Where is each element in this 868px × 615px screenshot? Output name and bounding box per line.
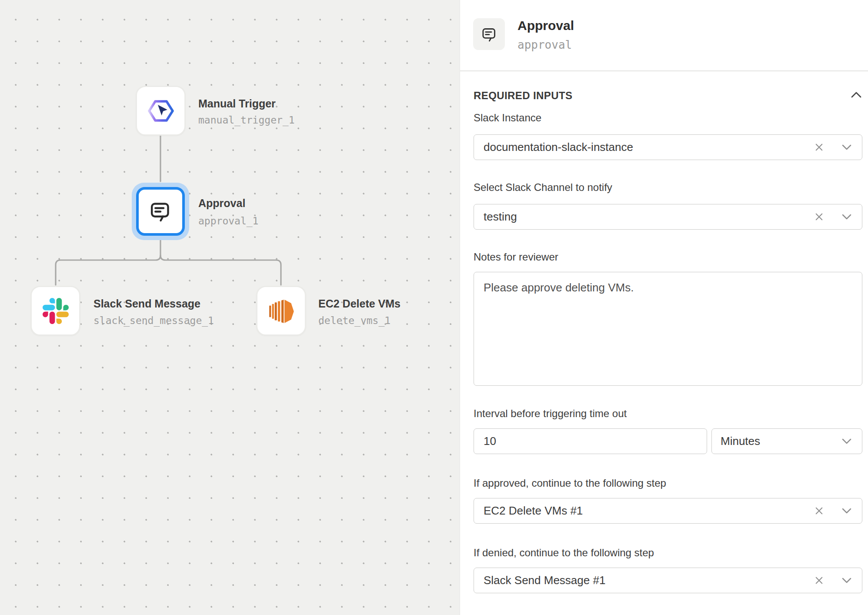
- panel-title: Approval: [517, 18, 574, 33]
- chevron-up-icon: [851, 91, 862, 98]
- section-required-inputs-label: REQUIRED INPUTS: [474, 90, 572, 102]
- interval-label: Interval before triggering time out: [474, 408, 627, 420]
- clear-icon[interactable]: [811, 135, 826, 160]
- panel-subtitle: approval: [517, 38, 572, 51]
- collapse-section-button[interactable]: [850, 89, 863, 100]
- workflow-canvas[interactable]: Manual Trigger manual_trigger_1 Approval…: [0, 0, 460, 615]
- denied-step-label: If denied, continue to the following ste…: [474, 547, 654, 559]
- node-manual-trigger[interactable]: [136, 86, 186, 136]
- slack-channel-value: testing: [474, 210, 517, 224]
- denied-step-select[interactable]: Slack Send Message #1: [474, 568, 862, 593]
- slack-instance-value: documentation-slack-instance: [474, 140, 633, 154]
- slack-channel-label: Select Slack Channel to notify: [474, 181, 612, 194]
- node-id: manual_trigger_1: [198, 114, 295, 126]
- node-id: delete_vms_1: [318, 315, 391, 326]
- interval-unit-value: Minutes: [712, 435, 760, 448]
- slack-icon: [43, 298, 69, 324]
- interval-unit-select[interactable]: Minutes: [711, 428, 862, 454]
- properties-panel: Approval approval REQUIRED INPUTS Slack …: [460, 0, 868, 615]
- notes-label: Notes for reviewer: [474, 251, 558, 263]
- node-id: approval_1: [198, 215, 258, 227]
- node-title: EC2 Delete VMs: [318, 297, 401, 310]
- manual-trigger-icon: [146, 98, 176, 124]
- clear-icon[interactable]: [811, 204, 826, 229]
- chevron-down-icon[interactable]: [839, 568, 854, 593]
- node-id: slack_send_message_1: [93, 315, 214, 326]
- approved-step-select[interactable]: EC2 Delete VMs #1: [474, 498, 862, 524]
- denied-step-value: Slack Send Message #1: [474, 574, 605, 587]
- node-slack-send-message[interactable]: [30, 286, 80, 336]
- header-divider: [460, 70, 868, 71]
- slack-instance-select[interactable]: documentation-slack-instance: [474, 134, 862, 160]
- slack-channel-select[interactable]: testing: [474, 204, 862, 230]
- chevron-down-icon[interactable]: [839, 498, 854, 523]
- node-title: Slack Send Message: [93, 297, 200, 310]
- clear-icon[interactable]: [811, 568, 826, 593]
- approved-step-label: If approved, continue to the following s…: [474, 477, 666, 489]
- approved-step-value: EC2 Delete VMs #1: [474, 504, 583, 518]
- approval-icon: [148, 199, 173, 224]
- slack-instance-label: Slack Instance: [474, 112, 541, 124]
- interval-value-input[interactable]: 10: [474, 428, 707, 454]
- node-title: Manual Trigger: [198, 97, 276, 110]
- node-title: Approval: [198, 197, 245, 210]
- ec2-icon: [266, 296, 297, 326]
- chevron-down-icon[interactable]: [839, 204, 854, 229]
- chevron-down-icon[interactable]: [839, 429, 854, 454]
- panel-header-icon: [473, 18, 505, 50]
- node-ec2-delete-vms[interactable]: [256, 286, 306, 336]
- clear-icon[interactable]: [811, 498, 826, 523]
- approval-icon: [481, 26, 498, 43]
- workflow-builder-window: Manual Trigger manual_trigger_1 Approval…: [0, 0, 868, 615]
- interval-value: 10: [474, 435, 496, 448]
- notes-textarea[interactable]: Please approve deleting VMs.: [474, 272, 862, 386]
- chevron-down-icon[interactable]: [839, 135, 854, 160]
- node-approval[interactable]: [132, 183, 189, 240]
